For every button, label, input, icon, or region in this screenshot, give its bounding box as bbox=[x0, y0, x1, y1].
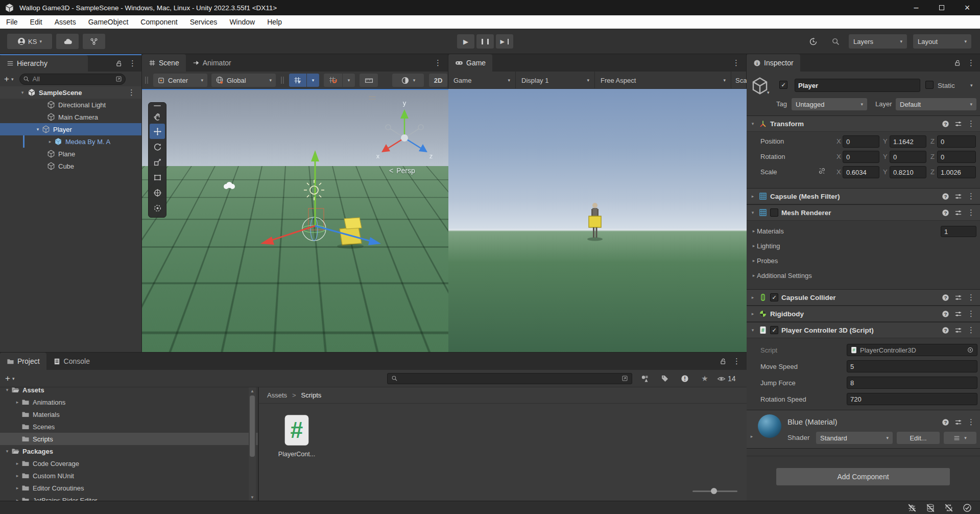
thumbnail-size-slider[interactable] bbox=[692, 490, 737, 492]
asset-item-playercontroller[interactable]: PlayerCont... bbox=[271, 412, 322, 458]
component-menu-icon[interactable]: ⋮ bbox=[967, 325, 975, 335]
breadcrumb-root[interactable]: Assets bbox=[267, 391, 287, 399]
close-button[interactable]: × bbox=[954, 0, 980, 15]
search-by-type-button[interactable] bbox=[636, 372, 654, 385]
scene-options-icon[interactable]: ⋮ bbox=[128, 88, 141, 97]
favorites-button[interactable]: ★ bbox=[696, 372, 713, 385]
mesh-renderer-checkbox[interactable] bbox=[770, 208, 778, 217]
display-dropdown[interactable]: Display 1 ▾ bbox=[516, 72, 595, 89]
grid-visibility-arrow[interactable]: ▾ bbox=[307, 74, 319, 87]
material-edit-button[interactable]: Edit... bbox=[897, 432, 940, 444]
version-control-button[interactable] bbox=[83, 34, 105, 49]
scale-z-field[interactable]: 1.0026 bbox=[937, 166, 976, 178]
menu-component[interactable]: Component bbox=[134, 18, 183, 26]
aspect-dropdown[interactable]: Free Aspect ▾ bbox=[595, 72, 731, 89]
tree-item-player[interactable]: ▾ Player bbox=[0, 123, 141, 135]
tab-animator[interactable]: Animator bbox=[186, 54, 238, 72]
project-tree-scrollbar[interactable]: ▲ ▼ bbox=[249, 387, 256, 501]
scroll-down-icon[interactable]: ▼ bbox=[249, 495, 256, 500]
project-tree-packages[interactable]: ▾ Packages bbox=[0, 445, 53, 457]
project-tree-code-coverage[interactable]: ▸ Code Coverage bbox=[0, 457, 79, 470]
tab-inspector[interactable]: Inspector bbox=[747, 54, 800, 72]
layers-dropdown[interactable]: Layers ▾ bbox=[849, 34, 907, 49]
auto-refresh-disabled-icon[interactable] bbox=[944, 503, 953, 512]
hierarchy-create-button[interactable]: + bbox=[4, 74, 9, 84]
material-foldout-icon[interactable]: ▸ bbox=[749, 434, 755, 439]
presets-icon[interactable] bbox=[954, 294, 962, 301]
add-component-button[interactable]: Add Component bbox=[776, 468, 950, 485]
project-tree-materials[interactable]: Materials bbox=[0, 408, 60, 420]
menu-services[interactable]: Services bbox=[184, 18, 224, 26]
play-button[interactable]: ▶ bbox=[457, 34, 474, 49]
account-button[interactable]: KS ▾ bbox=[7, 34, 52, 49]
tag-dropdown[interactable]: Untagged▾ bbox=[792, 98, 867, 110]
position-x-field[interactable]: 0 bbox=[843, 135, 879, 148]
grid-snapping-arrow[interactable]: ▾ bbox=[343, 74, 355, 87]
tool-handle-rotation-dropdown[interactable]: Global ▾ bbox=[211, 74, 276, 87]
hierarchy-search[interactable] bbox=[19, 74, 126, 85]
presets-icon[interactable] bbox=[954, 418, 962, 426]
tab-project[interactable]: Project bbox=[0, 353, 46, 370]
scroll-up-icon[interactable]: ▲ bbox=[249, 387, 256, 393]
scene-viewport[interactable]: y x z < Persp bbox=[142, 89, 448, 352]
presets-icon[interactable] bbox=[954, 193, 962, 200]
presets-icon[interactable] bbox=[954, 209, 962, 217]
tree-item-medea[interactable]: ▸ Medea By M. A bbox=[0, 135, 141, 148]
static-checkbox[interactable] bbox=[925, 81, 934, 89]
position-y-field[interactable]: 1.1642 bbox=[890, 135, 926, 148]
measure-tool-button[interactable] bbox=[360, 74, 378, 87]
hidden-items-indicator[interactable]: 14 bbox=[717, 372, 736, 385]
foldout-icon[interactable]: ▾ bbox=[19, 90, 26, 95]
material-menu-icon[interactable]: ⋮ bbox=[967, 417, 975, 427]
help-icon[interactable] bbox=[942, 209, 949, 217]
jump-force-field[interactable]: 8 bbox=[847, 377, 977, 389]
minimize-button[interactable]: – bbox=[903, 0, 929, 15]
scale-x-field[interactable]: 0.6034 bbox=[843, 166, 879, 178]
project-tree-scripts[interactable]: Scripts bbox=[0, 433, 258, 445]
component-menu-icon[interactable]: ⋮ bbox=[967, 119, 975, 128]
component-menu-icon[interactable]: ⋮ bbox=[967, 192, 975, 201]
slider-thumb[interactable] bbox=[711, 488, 717, 494]
tab-console[interactable]: Console bbox=[46, 353, 97, 370]
move-speed-field[interactable]: 5 bbox=[847, 360, 977, 372]
link-scale-icon[interactable] bbox=[818, 167, 826, 175]
menu-gameobject[interactable]: GameObject bbox=[82, 18, 135, 26]
project-tree-jetbrains-rider[interactable]: ▸ JetBrains Rider Editor bbox=[0, 494, 97, 501]
search-everywhere-button[interactable] bbox=[827, 34, 844, 49]
tool-handle-pivot-dropdown[interactable]: Center ▾ bbox=[153, 74, 207, 87]
foldout-icon[interactable]: ▸ bbox=[47, 139, 53, 144]
script-checkbox[interactable]: ✓ bbox=[770, 326, 778, 334]
material-preview-sphere[interactable] bbox=[758, 414, 781, 438]
scale-tool-button[interactable] bbox=[149, 154, 166, 170]
mesh-renderer-header[interactable]: ▾ Mesh Renderer ⋮ bbox=[747, 204, 980, 221]
toggle-2d-button[interactable]: 2D bbox=[429, 74, 447, 87]
project-search[interactable] bbox=[387, 373, 632, 384]
project-menu-icon[interactable]: ⋮ bbox=[733, 357, 740, 366]
display-target-dropdown[interactable]: Game ▾ bbox=[448, 72, 516, 89]
maximize-button[interactable] bbox=[929, 0, 954, 15]
layer-dropdown[interactable]: Default▾ bbox=[896, 98, 976, 110]
game-viewport[interactable] bbox=[448, 89, 747, 352]
search-by-importance-button[interactable] bbox=[676, 372, 694, 385]
rotation-y-field[interactable]: 0 bbox=[890, 151, 926, 163]
tab-hierarchy[interactable]: Hierarchy bbox=[0, 55, 88, 72]
project-tree-animations[interactable]: ▸ Animations bbox=[0, 396, 65, 408]
project-create-button[interactable]: + bbox=[5, 373, 10, 384]
hierarchy-menu-icon[interactable]: ⋮ bbox=[129, 59, 136, 68]
rotation-speed-field[interactable]: 720 bbox=[847, 393, 977, 405]
rotation-x-field[interactable]: 0 bbox=[843, 151, 879, 163]
palette-drag-handle[interactable] bbox=[154, 105, 161, 106]
gameobject-preview-icon[interactable] bbox=[751, 77, 769, 95]
probes-foldout[interactable]: ▸ Probes bbox=[747, 254, 980, 267]
additional-settings-foldout[interactable]: ▸ Additional Settings bbox=[747, 269, 980, 282]
project-lock-icon[interactable] bbox=[719, 358, 727, 365]
presets-icon[interactable] bbox=[954, 120, 962, 128]
project-tree-editor-coroutines[interactable]: ▸ Editor Coroutines bbox=[0, 482, 84, 494]
project-tree-custom-nunit[interactable]: ▸ Custom NUnit bbox=[0, 470, 74, 482]
lighting-foldout[interactable]: ▸ Lighting bbox=[747, 240, 980, 252]
search-expand-icon[interactable] bbox=[115, 76, 122, 82]
script-reference-field[interactable]: PlayerController3D bbox=[847, 344, 977, 356]
orientation-gizmo[interactable]: y x z bbox=[373, 98, 438, 165]
search-by-label-button[interactable] bbox=[656, 372, 674, 385]
help-icon[interactable] bbox=[942, 294, 949, 301]
